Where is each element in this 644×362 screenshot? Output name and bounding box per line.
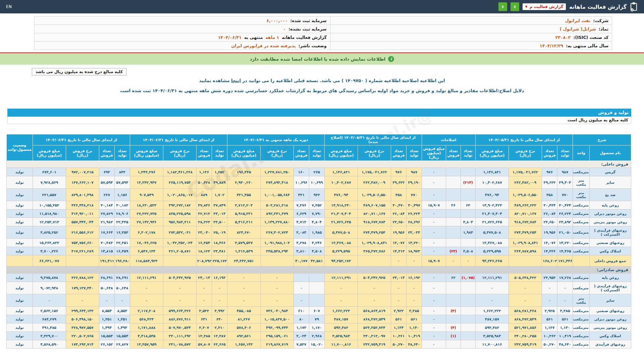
value-cell: ۱۲,۱۱۱,۲۹۱ xyxy=(475,274,508,282)
product-status xyxy=(6,255,33,266)
value-cell: ۳۹,۶۳۲ xyxy=(391,176,406,189)
table-row: روغنهاي فرآينديمترمکعب۴۸,۶۴۰۵۰,۲۷۰۲۳۲,۷۵… xyxy=(6,340,631,349)
value-cell: ۱۶۰ xyxy=(293,168,309,176)
column-group-header: از ابتدای سال مالی تا تاریخ ۱۴۰۴/۰۵/۳۱ (… xyxy=(324,134,422,145)
value-cell: ۲۱,۹۸۲ xyxy=(99,218,114,226)
value-cell: ۱۳,۳۸۵ xyxy=(196,332,212,340)
value-cell: ۱۷,۰۴۶,۶۲۵ xyxy=(130,239,163,247)
value-cell: ۱,۱۴۹,۲۲۷,۸۸۰ xyxy=(260,218,293,226)
value-cell: ۱,۱۳۴ xyxy=(391,323,406,332)
value-cell: ۱۲,۱۱۱,۲۹۱ xyxy=(324,274,358,282)
value-cell: ۱۴,۳۱۳ xyxy=(391,247,406,255)
product-name: اسلاک وکس xyxy=(590,247,631,255)
value-cell: ۱۳,۳۸۷ xyxy=(212,332,227,340)
table-row: روغنهاي فرآيندي ( اکسترکت )مترمکعب۰۰۰۰۰۰… xyxy=(6,282,631,294)
next-report-button[interactable]: › xyxy=(511,2,519,11)
value-cell: ۵۰۴,۳۴۲,۹۲۵ xyxy=(163,274,196,282)
value-cell: ۰ xyxy=(406,294,422,307)
value-cell: ۴,۸۰۴ xyxy=(461,218,475,226)
value-cell: ۵۰۴,۳۴۲,۹۲۵ xyxy=(358,274,391,282)
value-cell: ۶۴۱ xyxy=(196,315,212,323)
value-cell: ۰ xyxy=(422,176,446,189)
value-cell: ۴۹۱,۴۸۵ xyxy=(33,323,66,332)
value-cell: ۵۰۵,۶۴۸,۴۲۲ xyxy=(509,274,542,282)
product-status: تولید xyxy=(6,307,33,315)
product-name: سایر xyxy=(590,176,631,189)
previous-report-button[interactable]: ‹ xyxy=(498,2,507,11)
product-status: تولید xyxy=(6,209,33,218)
value-cell: ۴۵۸ xyxy=(542,189,557,201)
value-cell: ۰ xyxy=(358,282,391,294)
table-row: کد صنعت (ISIC): ۲۳۰۸۰۲ گزارش فعالیت ماها… xyxy=(35,33,612,42)
product-unit: مترمکعب xyxy=(573,307,590,315)
value-cell: ۱,۳۵۱ xyxy=(114,315,130,323)
company-info-section: شرکت: نفت ایرانول سرمایه ثبت شده: ۶,۰۰۰,… xyxy=(34,16,612,50)
value-cell xyxy=(461,239,475,247)
value-cell: ۵۲۱,۹۷۱,۸۵۶ xyxy=(509,323,542,332)
product-status: تولید xyxy=(6,323,33,332)
value-cell: ۰ xyxy=(509,282,542,294)
value-cell: ۱,۰۴۲,۳۵۲,۰۲۴ xyxy=(163,239,196,247)
value-cell: ۲۷۴,۴۷۹,۲۵۴ xyxy=(358,226,391,239)
product-unit: مترمکعب xyxy=(573,247,590,255)
value-cell: ۳۴۵,۵۴۸,۲۹۴ xyxy=(260,247,293,255)
value-cell: ۴۳۱,۴۵۵ xyxy=(227,189,260,201)
value-cell: ۰ xyxy=(542,294,557,307)
registered-capital-label: سرمایه ثبت شده: xyxy=(290,18,326,23)
value-cell: ۰ xyxy=(212,282,227,294)
value-cell: (۳) xyxy=(446,323,461,332)
value-cell: ۱۸,۱۲۳ xyxy=(196,247,212,255)
company-value: نفت ایرانول xyxy=(565,18,591,23)
column-header: تعداد تولید xyxy=(557,145,573,161)
value-cell: ۰ xyxy=(446,255,461,266)
product-unit: مترمکعب xyxy=(573,315,590,323)
language-toggle-en[interactable]: EN xyxy=(6,4,12,9)
value-cell: ۱۴,۲۲۰ xyxy=(557,239,573,247)
value-cell: ۳,۵۷۹,۵۳۷ xyxy=(227,239,260,247)
value-cell: ۱,۰۲۰,۸۶۵,۰۱۷ xyxy=(163,189,196,201)
symbol-value: شرانل( شرانول ) xyxy=(560,26,596,32)
value-cell xyxy=(461,209,475,218)
value-cell: ۱۰,۶۹۶ xyxy=(293,176,309,189)
value-cell: ۹۱۸,۶۷۳,۷۸۴ xyxy=(358,218,391,226)
value-cell: (۲۱۴) xyxy=(461,176,475,189)
value-cell: ۲۶,۱۵۲ xyxy=(99,340,114,349)
value-cell: ۱۰,۳۶۲ xyxy=(542,332,557,340)
previous-version-link[interactable]: اینجا xyxy=(231,78,241,83)
value-cell: ۱۵,۵۵۴ xyxy=(114,332,130,340)
column-header: نام محصول xyxy=(590,145,631,161)
value-cell: ۱۶,۳۵۳ xyxy=(114,226,130,239)
value-cell: ۲,۱۱۷,۳۰۸ xyxy=(130,307,163,315)
value-cell: ۱۰,۴۱۹ xyxy=(406,332,422,340)
value-cell xyxy=(461,294,475,307)
value-cell: ۳۷,۸۴۹ xyxy=(212,201,227,209)
value-cell xyxy=(358,255,391,266)
value-cell: (۱) xyxy=(446,332,461,340)
value-cell: ۴۹,۸۸۹ xyxy=(212,176,227,189)
report-period-label: گزارش فعالیت ماهانه xyxy=(282,35,327,40)
value-cell: ۵۰۳,۲۸۱,۳۱۸ xyxy=(260,201,293,209)
report-type-dropdown[interactable]: گزارش فعالیت م ▼ xyxy=(523,3,566,10)
value-cell: ۲۶,۲۲۴ xyxy=(406,209,422,218)
value-cell: ۰ xyxy=(196,294,212,307)
value-cell: ۹۴,۲۳۶,۲۶۵ xyxy=(475,255,508,266)
value-cell: ۲۱,۰۵۰ xyxy=(557,226,573,239)
report-period-date: ۱۴۰۴/۰۶/۳۱ xyxy=(218,35,241,40)
value-cell: ۰ xyxy=(422,189,446,201)
value-cell: ۰ xyxy=(130,294,163,307)
value-cell: ۵۷,۸۰۷ xyxy=(196,340,212,349)
value-cell: ۹۵۶,۹۸۴,۳۱۱ xyxy=(163,218,196,226)
value-cell: ۰ xyxy=(324,282,358,294)
value-cell: ۶۰۷ xyxy=(309,307,324,315)
value-cell xyxy=(461,189,475,201)
product-unit: مترمکعب xyxy=(573,218,590,226)
value-cell: ۰ xyxy=(422,274,446,282)
value-cell xyxy=(509,255,542,266)
page-title: گزارش فعالیت ماهانه xyxy=(569,4,627,10)
top-bar: گزارش فعالیت ماهانه گزارش فعالیت م ▼ › ‹… xyxy=(0,0,644,13)
value-cell: ۳۳,۵۰۰ xyxy=(212,218,227,226)
product-unit: مترمکعب xyxy=(573,282,590,294)
value-cell: ۱۲,۱۱۱,۲۹۱ xyxy=(130,274,163,282)
value-cell: ۴,۲۴۶ xyxy=(309,239,324,247)
value-cell: ۱,۴۹۴ xyxy=(99,323,114,332)
